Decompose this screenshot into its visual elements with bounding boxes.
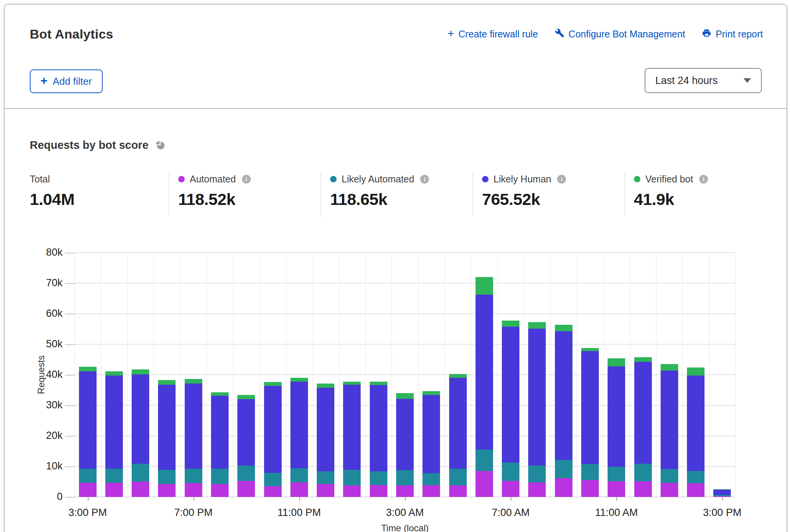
bar-segment-verified-bot[interactable] [158, 380, 176, 385]
bar[interactable] [687, 253, 705, 497]
bar-segment-verified-bot[interactable] [237, 395, 255, 399]
bar-segment-likely-automated[interactable] [158, 470, 176, 484]
bar-segment-likely-automated[interactable] [79, 469, 97, 483]
bar-segment-likely-automated[interactable] [687, 471, 705, 483]
bar-segment-automated[interactable] [555, 478, 572, 497]
bar-segment-likely-automated[interactable] [290, 468, 308, 483]
bar-segment-verified-bot[interactable] [581, 348, 599, 351]
bar-segment-automated[interactable] [422, 485, 440, 497]
bar-segment-automated[interactable] [528, 482, 546, 497]
bar-segment-automated[interactable] [370, 485, 387, 497]
bar-segment-likely-human[interactable] [396, 399, 414, 470]
bar-segment-automated[interactable] [476, 471, 493, 497]
time-range-select[interactable]: Last 24 hours [645, 68, 762, 93]
bar-segment-likely-human[interactable] [555, 331, 572, 460]
bar-segment-likely-human[interactable] [290, 382, 308, 468]
info-icon[interactable]: i [242, 175, 251, 184]
bar[interactable] [158, 253, 176, 497]
bar-segment-verified-bot[interactable] [608, 358, 625, 366]
bar-segment-likely-automated[interactable] [449, 469, 467, 485]
bar-segment-automated[interactable] [132, 482, 149, 497]
bar-segment-automated[interactable] [237, 481, 255, 497]
bar-segment-automated[interactable] [211, 484, 229, 497]
bar-segment-likely-human[interactable] [634, 362, 652, 463]
bar-segment-likely-human[interactable] [343, 385, 361, 469]
bar-segment-likely-automated[interactable] [105, 469, 123, 483]
bar-segment-verified-bot[interactable] [528, 322, 546, 329]
bar-segment-verified-bot[interactable] [661, 364, 678, 371]
bar-segment-likely-human[interactable] [581, 351, 599, 464]
bar[interactable] [132, 253, 149, 497]
bar-segment-likely-automated[interactable] [317, 471, 334, 484]
bar-segment-verified-bot[interactable] [370, 382, 387, 385]
bar-segment-likely-automated[interactable] [132, 464, 149, 482]
bar[interactable] [608, 253, 625, 497]
bar-segment-verified-bot[interactable] [502, 321, 519, 326]
bar-segment-likely-automated[interactable] [422, 473, 440, 485]
bar-segment-likely-automated[interactable] [396, 470, 414, 485]
info-icon[interactable]: i [699, 175, 708, 184]
bar-segment-verified-bot[interactable] [185, 379, 202, 384]
bar-segment-automated[interactable] [634, 481, 652, 497]
bar[interactable] [264, 253, 282, 497]
bar-segment-automated[interactable] [264, 486, 282, 497]
bar-segment-likely-human[interactable] [608, 366, 625, 467]
bar-segment-likely-human[interactable] [237, 399, 255, 466]
bar-segment-verified-bot[interactable] [290, 378, 308, 382]
bar-segment-likely-automated[interactable] [555, 460, 572, 478]
bar-segment-likely-automated[interactable] [502, 463, 519, 481]
bar-segment-automated[interactable] [290, 482, 308, 497]
bar-segment-likely-human[interactable] [79, 371, 97, 469]
bar-segment-automated[interactable] [185, 483, 202, 497]
bar[interactable] [555, 253, 572, 497]
add-filter-button[interactable]: + Add filter [30, 69, 103, 93]
bar-segment-likely-human[interactable] [211, 396, 229, 469]
bar-segment-automated[interactable] [343, 485, 361, 497]
bar-segment-automated[interactable] [79, 483, 97, 497]
bar-segment-verified-bot[interactable] [79, 367, 97, 371]
bar-segment-likely-human[interactable] [132, 374, 149, 464]
bar[interactable] [476, 253, 493, 497]
info-icon[interactable]: i [557, 175, 566, 184]
bar-segment-verified-bot[interactable] [449, 374, 467, 378]
bar-segment-likely-human[interactable] [502, 327, 519, 463]
bar-segment-likely-automated[interactable] [343, 470, 361, 486]
bar-segment-likely-automated[interactable] [185, 469, 202, 483]
bar-segment-verified-bot[interactable] [713, 489, 731, 490]
bar[interactable] [661, 253, 678, 497]
bar-segment-likely-human[interactable] [185, 384, 202, 468]
bar[interactable] [105, 253, 123, 497]
bar[interactable] [211, 253, 229, 497]
bar[interactable] [290, 253, 308, 497]
bar-segment-automated[interactable] [608, 481, 625, 497]
bar-segment-verified-bot[interactable] [264, 382, 282, 386]
bar[interactable] [396, 253, 414, 497]
bar-segment-likely-automated[interactable] [713, 495, 731, 496]
bar-segment-verified-bot[interactable] [422, 391, 440, 395]
bar-segment-automated[interactable] [317, 484, 334, 497]
bar[interactable] [343, 253, 361, 497]
bar-segment-automated[interactable] [661, 483, 678, 497]
bar-segment-likely-human[interactable] [158, 385, 176, 470]
bar-segment-verified-bot[interactable] [476, 277, 493, 295]
bar[interactable] [528, 253, 546, 497]
bar-segment-likely-automated[interactable] [476, 450, 493, 471]
bar-segment-automated[interactable] [581, 480, 599, 497]
bar-segment-verified-bot[interactable] [211, 392, 229, 396]
bar-segment-likely-human[interactable] [264, 386, 282, 473]
bar-segment-automated[interactable] [105, 483, 123, 497]
print-report-link[interactable]: Print report [702, 28, 763, 40]
bar[interactable] [713, 253, 731, 497]
bar-segment-automated[interactable] [502, 481, 519, 497]
bar-segment-verified-bot[interactable] [555, 325, 572, 331]
bar[interactable] [449, 253, 467, 497]
bar-segment-likely-human[interactable] [317, 388, 334, 471]
bar-segment-verified-bot[interactable] [634, 357, 652, 362]
bar-segment-likely-automated[interactable] [528, 466, 546, 482]
bar-segment-likely-human[interactable] [105, 376, 123, 469]
bar-segment-likely-automated[interactable] [264, 473, 282, 486]
bar-segment-verified-bot[interactable] [687, 368, 705, 376]
bar-segment-verified-bot[interactable] [396, 393, 414, 399]
bar-segment-likely-human[interactable] [661, 371, 678, 469]
bar-segment-likely-automated[interactable] [661, 469, 678, 483]
